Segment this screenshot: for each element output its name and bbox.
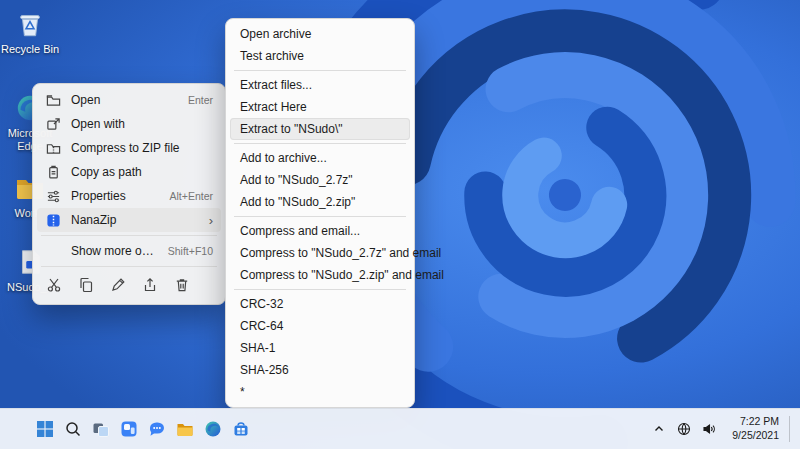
menu-separator xyxy=(234,216,406,217)
task-view-icon xyxy=(92,420,110,438)
task-view-button[interactable] xyxy=(88,414,114,444)
taskbar: 7:22 PM 9/25/2021 xyxy=(0,408,800,449)
menu-item-label: Properties xyxy=(71,189,160,203)
share-button[interactable] xyxy=(137,272,163,298)
copy-icon xyxy=(78,277,94,293)
widgets-button[interactable] xyxy=(116,414,142,444)
cut-button[interactable] xyxy=(41,272,67,298)
menu-item-compress-zip[interactable]: Compress to ZIP file xyxy=(37,136,221,160)
zip-icon xyxy=(45,140,61,156)
menu-item-label: Compress to ZIP file xyxy=(71,141,203,155)
submenu-item[interactable]: CRC-32 xyxy=(230,293,410,315)
rename-button[interactable] xyxy=(105,272,131,298)
volume-icon xyxy=(702,422,716,436)
windows-logo-icon xyxy=(36,420,54,438)
menu-item-label: Show more options xyxy=(71,244,158,258)
copy-button[interactable] xyxy=(73,272,99,298)
submenu-item[interactable]: Extract Here xyxy=(230,96,410,118)
menu-action-row xyxy=(37,270,221,300)
store-icon xyxy=(232,420,250,438)
menu-item-label: Copy as path xyxy=(71,165,203,179)
chat-icon xyxy=(148,420,166,438)
store-button[interactable] xyxy=(228,414,254,444)
nanazip-submenu: Open archive Test archive Extract files.… xyxy=(225,18,415,408)
menu-item-copy-as-path[interactable]: Copy as path xyxy=(37,160,221,184)
search-icon xyxy=(64,420,82,438)
submenu-item[interactable]: Compress to "NSudo_2.zip" and email xyxy=(230,264,410,286)
delete-button[interactable] xyxy=(169,272,195,298)
menu-item-shortcut: Shift+F10 xyxy=(168,245,213,257)
submenu-item[interactable]: Test archive xyxy=(230,45,410,67)
menu-separator xyxy=(234,143,406,144)
menu-item-label: Open xyxy=(71,93,178,107)
menu-item-nanazip[interactable]: NanaZip › xyxy=(37,208,221,232)
menu-item-label: NanaZip xyxy=(71,213,199,227)
empty-icon-gutter xyxy=(45,243,61,259)
chevron-up-icon xyxy=(653,423,665,435)
submenu-item[interactable]: * xyxy=(230,381,410,403)
start-button[interactable] xyxy=(32,414,58,444)
network-globe-icon xyxy=(677,422,691,436)
clock-date: 9/25/2021 xyxy=(725,429,779,443)
properties-icon xyxy=(45,188,61,204)
edge-browser-icon xyxy=(204,420,222,438)
volume-button[interactable] xyxy=(700,416,718,442)
network-button[interactable] xyxy=(675,416,693,442)
menu-separator xyxy=(234,70,406,71)
submenu-item[interactable]: Add to "NSudo_2.zip" xyxy=(230,191,410,213)
desktop-icon-label: Recycle Bin xyxy=(1,43,59,56)
submenu-item[interactable]: SHA-256 xyxy=(230,359,410,381)
recycle-bin-icon xyxy=(14,8,46,40)
menu-item-open[interactable]: Open Enter xyxy=(37,88,221,112)
submenu-item[interactable]: Compress to "NSudo_2.7z" and email xyxy=(230,242,410,264)
file-explorer-button[interactable] xyxy=(172,414,198,444)
menu-item-show-more-options[interactable]: Show more options Shift+F10 xyxy=(37,239,221,263)
system-tray: 7:22 PM 9/25/2021 xyxy=(650,409,794,449)
menu-item-shortcut: Alt+Enter xyxy=(170,190,213,202)
open-icon xyxy=(45,92,61,108)
search-button[interactable] xyxy=(60,414,86,444)
menu-separator xyxy=(234,289,406,290)
submenu-item-highlighted[interactable]: Extract to "NSudo\" xyxy=(230,118,410,140)
submenu-item[interactable]: Add to archive... xyxy=(230,147,410,169)
submenu-item[interactable]: CRC-64 xyxy=(230,315,410,337)
show-desktop-button[interactable] xyxy=(789,416,794,442)
submenu-item[interactable]: Open archive xyxy=(230,23,410,45)
menu-item-open-with[interactable]: Open with xyxy=(37,112,221,136)
chat-button[interactable] xyxy=(144,414,170,444)
rename-icon xyxy=(110,277,126,293)
taskbar-icons xyxy=(32,409,254,449)
widgets-icon xyxy=(120,420,138,438)
submenu-item[interactable]: Add to "NSudo_2.7z" xyxy=(230,169,410,191)
submenu-item[interactable]: Compress and email... xyxy=(230,220,410,242)
edge-button[interactable] xyxy=(200,414,226,444)
menu-separator xyxy=(41,235,217,236)
menu-item-shortcut: Enter xyxy=(188,94,213,106)
share-icon xyxy=(142,277,158,293)
hidden-icons-button[interactable] xyxy=(650,416,668,442)
menu-item-properties[interactable]: Properties Alt+Enter xyxy=(37,184,221,208)
menu-separator xyxy=(41,266,217,267)
copy-path-icon xyxy=(45,164,61,180)
taskbar-clock[interactable]: 7:22 PM 9/25/2021 xyxy=(725,415,779,442)
submenu-chevron-icon: › xyxy=(209,213,213,228)
submenu-item[interactable]: Extract files... xyxy=(230,74,410,96)
delete-icon xyxy=(174,277,190,293)
cut-icon xyxy=(46,277,62,293)
open-with-icon xyxy=(45,116,61,132)
menu-item-label: Open with xyxy=(71,117,203,131)
desktop-icon-recycle-bin[interactable]: Recycle Bin xyxy=(0,8,62,56)
nanazip-icon xyxy=(45,212,61,228)
clock-time: 7:22 PM xyxy=(725,415,779,429)
context-menu: Open Enter Open with Compress to ZIP fil… xyxy=(32,83,226,305)
submenu-item[interactable]: SHA-1 xyxy=(230,337,410,359)
file-explorer-icon xyxy=(176,420,194,438)
